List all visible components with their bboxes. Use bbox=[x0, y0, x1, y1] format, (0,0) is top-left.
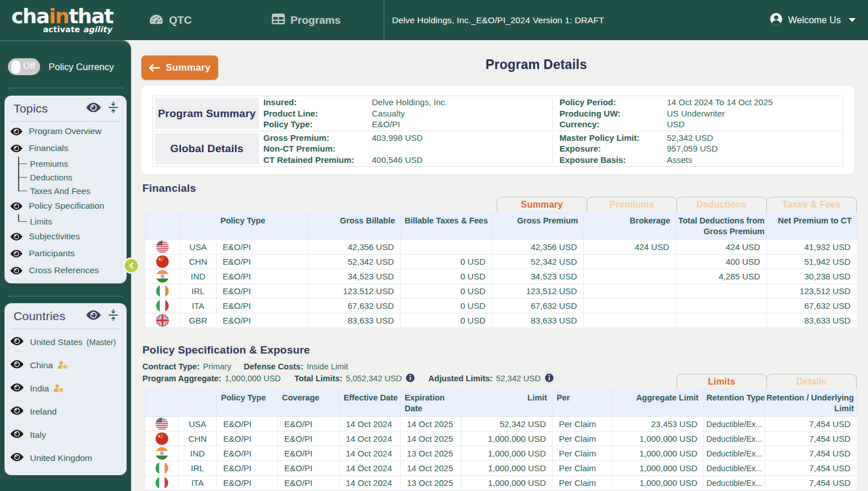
eye-icon[interactable] bbox=[10, 127, 23, 136]
policy-currency-toggle[interactable]: Off bbox=[8, 58, 40, 75]
column-header bbox=[180, 213, 216, 240]
topic-item[interactable]: Participants bbox=[10, 245, 121, 262]
country-label: India bbox=[30, 384, 49, 394]
field-value bbox=[372, 143, 552, 154]
collapse-all-icon[interactable] bbox=[108, 309, 119, 324]
field-label: Currency: bbox=[559, 119, 667, 130]
country-item[interactable]: United Kingdom bbox=[10, 446, 121, 470]
financials-section-title: Financials bbox=[142, 182, 854, 195]
table-cell: 67,632 USD bbox=[492, 299, 584, 313]
tab-taxes-fees[interactable]: Taxes & Fees bbox=[766, 197, 857, 212]
eye-icon[interactable] bbox=[10, 406, 24, 417]
table-cell: 67,632 USD bbox=[767, 299, 857, 313]
table-cell: 1,000,000 USD bbox=[462, 476, 553, 490]
topic-item[interactable]: Program Overview bbox=[10, 123, 121, 140]
table-row[interactable]: ITAE&O/PIE&O/PI14 Oct 202413 Oct 20251,0… bbox=[145, 476, 857, 490]
table-cell: 7,454 USD bbox=[765, 476, 857, 490]
eye-icon[interactable] bbox=[10, 232, 23, 241]
topic-label: Subjectivities bbox=[29, 231, 80, 242]
info-icon[interactable] bbox=[545, 373, 554, 382]
table-row[interactable]: IRLE&O/PI123,512 USD0 USD123,512 USD123,… bbox=[145, 284, 857, 299]
table-cell: 14 Oct 2024 bbox=[340, 446, 401, 461]
brand-logo[interactable]: chainthat activate agility bbox=[11, 7, 113, 34]
collapse-all-icon[interactable] bbox=[108, 101, 119, 116]
meta-field: Program Aggregate:1,000,000 USD bbox=[142, 373, 281, 384]
table-row[interactable]: USAE&O/PI42,356 USD42,356 USD424 USD424 … bbox=[145, 240, 857, 255]
table-cell: 23,453 USD bbox=[613, 417, 704, 432]
info-icon[interactable] bbox=[406, 373, 415, 382]
eye-icon[interactable] bbox=[10, 249, 23, 258]
table-cell: 0 USD bbox=[401, 255, 492, 269]
eye-icon[interactable] bbox=[10, 429, 24, 441]
tab-summary[interactable]: Summary bbox=[497, 197, 587, 212]
eye-icon[interactable] bbox=[86, 310, 101, 322]
topic-child-item[interactable]: Taxes And Fees bbox=[18, 184, 121, 197]
table-cell bbox=[584, 313, 676, 328]
table-row[interactable]: CHNE&O/PI52,342 USD0 USD52,342 USD400 US… bbox=[145, 255, 857, 269]
user-menu[interactable]: Welcome Us bbox=[770, 12, 856, 28]
meta-label: Contract Type: bbox=[142, 362, 199, 371]
field-value: Casualty bbox=[372, 108, 552, 119]
table-row[interactable]: INDE&O/PIE&O/PI14 Oct 202413 Oct 20251,0… bbox=[145, 446, 857, 461]
table-row[interactable]: USAE&O/PIE&O/PI14 Oct 202414 Oct 202552,… bbox=[145, 417, 857, 432]
eye-icon[interactable] bbox=[10, 202, 23, 210]
table-row[interactable]: INDE&O/PI34,523 USD0 USD34,523 USD4,285 … bbox=[145, 269, 857, 284]
table-row[interactable]: GBRE&O/PI83,633 USD0 USD83,633 USD83,633… bbox=[145, 313, 857, 328]
column-header: Effective Date bbox=[340, 390, 401, 417]
topic-child-label: Deductions bbox=[30, 173, 72, 182]
eye-icon[interactable] bbox=[86, 102, 101, 115]
table-cell: 123,512 USD bbox=[308, 284, 401, 299]
column-header: Aggregate Limit bbox=[613, 390, 704, 417]
table-row[interactable]: IRLE&O/PIE&O/PI14 Oct 202414 Oct 20251,0… bbox=[145, 461, 857, 476]
country-item[interactable]: Ireland bbox=[10, 400, 121, 423]
eye-icon[interactable] bbox=[10, 453, 24, 464]
topic-label: Program Overview bbox=[29, 126, 101, 136]
brand-wordmark: chainthat bbox=[11, 7, 113, 26]
eye-icon[interactable] bbox=[10, 383, 24, 394]
eye-icon[interactable] bbox=[10, 360, 24, 371]
country-item[interactable]: China bbox=[10, 354, 121, 377]
tab-deductions[interactable]: Deductions bbox=[676, 197, 767, 212]
topic-item[interactable]: Policy Specification bbox=[10, 197, 121, 214]
table-cell: 30,238 USD bbox=[767, 269, 857, 284]
topic-item[interactable]: Cross References bbox=[10, 262, 121, 279]
meta-label: Adjusted Limits: bbox=[428, 374, 493, 383]
topic-item[interactable]: Financials bbox=[10, 140, 121, 157]
toggle-knob bbox=[11, 61, 20, 74]
field-value: 400,546 USD bbox=[372, 154, 552, 165]
table-row[interactable]: CHNE&O/PIE&O/PI14 Oct 202414 Oct 20251,0… bbox=[145, 432, 857, 446]
eye-icon[interactable] bbox=[10, 144, 23, 153]
topic-child-item[interactable]: Limits bbox=[18, 214, 121, 228]
sidebar-collapse-button[interactable] bbox=[123, 257, 140, 274]
tab-premiums[interactable]: Premiums bbox=[587, 197, 677, 212]
eye-icon[interactable] bbox=[10, 266, 23, 275]
tab-limits[interactable]: Limits bbox=[676, 374, 767, 389]
table-cell: 424 USD bbox=[584, 240, 676, 255]
table-cell: 1,000,000 USD bbox=[613, 476, 704, 490]
field-label: Product Line: bbox=[263, 108, 372, 119]
table-row[interactable]: ITAE&O/PI67,632 USD0 USD67,632 USD67,632… bbox=[145, 299, 857, 313]
flag-icon-ind bbox=[145, 269, 180, 284]
tab-details[interactable]: Details bbox=[766, 374, 857, 389]
table-cell: 7,454 USD bbox=[765, 417, 857, 432]
topic-child-item[interactable]: Deductions bbox=[18, 170, 121, 184]
nav-programs[interactable]: Programs bbox=[272, 14, 341, 27]
flag-icon-ind bbox=[145, 446, 179, 461]
table-cell: 83,633 USD bbox=[308, 313, 401, 328]
meta-label: Defense Costs: bbox=[244, 362, 303, 371]
table-cell: 52,342 USD bbox=[308, 255, 401, 269]
topic-child-item[interactable]: Premiums bbox=[18, 157, 121, 170]
country-item[interactable]: India bbox=[10, 377, 121, 400]
table-cell: 42,356 USD bbox=[492, 240, 584, 255]
meta-value: 52,342 USD bbox=[496, 374, 541, 383]
top-bar: chainthat activate agility QTC Programs … bbox=[0, 0, 868, 40]
country-item[interactable]: United States(Master) bbox=[10, 330, 121, 354]
eye-icon[interactable] bbox=[10, 337, 24, 348]
nav-qtc[interactable]: QTC bbox=[149, 13, 192, 28]
topic-item[interactable]: Subjectivities bbox=[10, 228, 121, 245]
topic-child-label: Limits bbox=[30, 217, 52, 226]
table-cell bbox=[676, 284, 767, 299]
summary-back-button[interactable]: Summary bbox=[141, 55, 218, 80]
flag-icon-irl bbox=[145, 284, 180, 299]
country-item[interactable]: Italy bbox=[10, 423, 121, 446]
